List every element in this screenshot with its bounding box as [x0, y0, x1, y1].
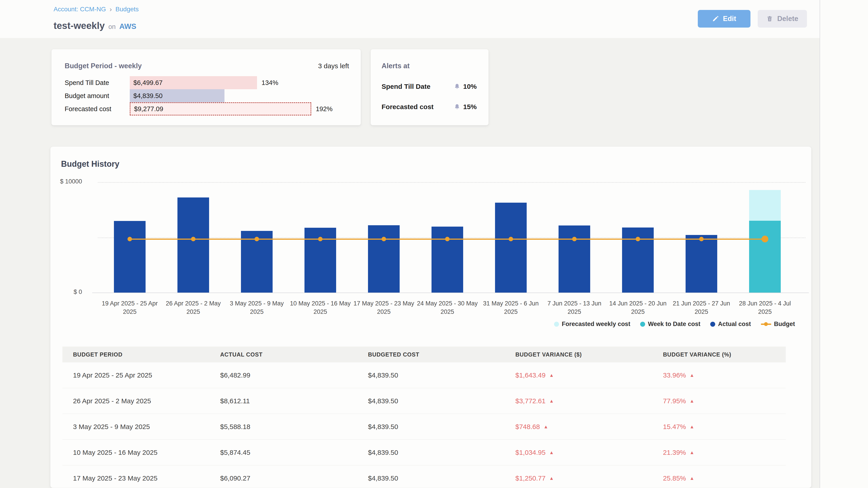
delete-button[interactable]: Delete — [758, 10, 807, 28]
actual-cost-bar — [178, 197, 209, 293]
variance-usd-value: $748.68 — [515, 423, 540, 430]
app-root: Account: CCM-NG › Budgets test-weekly on… — [0, 0, 820, 488]
variance-usd-value: $3,772.61 — [515, 397, 546, 404]
cell-budget-period: 19 Apr 2025 - 25 Apr 2025 — [62, 371, 210, 379]
legend-line-icon — [761, 324, 771, 325]
budget-line-point — [445, 237, 450, 241]
x-axis-category-label: 24 May 2025 - 30 May 2025 — [416, 299, 479, 316]
alert-row-label: Forecasted cost — [381, 103, 434, 111]
cell-budget-variance-usd: $1,643.49▲ — [505, 371, 652, 379]
table-column-header: BUDGET VARIANCE ($) — [505, 351, 652, 358]
alert-row: Spend Till Date10% — [381, 79, 477, 94]
cell-budget-variance-usd: $3,772.61▲ — [505, 397, 652, 405]
variance-usd-value: $1,034.95 — [515, 449, 546, 456]
forecast-bar: $9,277.09 — [130, 102, 311, 116]
x-axis-category-label: 7 Jun 2025 - 13 Jun 2025 — [543, 299, 606, 316]
cell-budget-variance-pct: 15.47%▲ — [652, 423, 786, 431]
variance-up-triangle-icon: ▲ — [690, 450, 694, 455]
alert-row-label: Spend Till Date — [381, 83, 430, 90]
legend-label: Forecasted weekly cost — [562, 321, 630, 328]
legend-dot-icon — [710, 322, 715, 327]
table-row[interactable]: 17 May 2025 - 23 May 2025$6,090.27$4,839… — [62, 465, 786, 488]
budget-bar: $4,839.50 — [130, 89, 224, 102]
forecasted-weekly-cost-bar — [749, 190, 781, 221]
breadcrumb-account-link[interactable]: Account: CCM-NG — [54, 6, 106, 13]
table-row[interactable]: 10 May 2025 - 16 May 2025$5,874.45$4,839… — [62, 440, 786, 465]
table-column-header: BUDGET VARIANCE (%) — [652, 351, 786, 358]
actual-cost-bar — [495, 203, 527, 293]
edit-button[interactable]: Edit — [698, 10, 750, 28]
week-to-date-cost-bar — [749, 221, 781, 293]
alert-threshold: 10% — [454, 83, 477, 90]
variance-up-triangle-icon: ▲ — [549, 398, 554, 404]
alerts-card: Alerts at Spend Till Date10%Forecasted c… — [370, 49, 489, 125]
budget-line-point — [699, 237, 704, 241]
bell-icon — [454, 103, 460, 110]
budget-line-point — [508, 237, 513, 241]
cell-budgeted-cost: $4,839.50 — [358, 397, 505, 405]
page-title: test-weekly on AWS — [54, 20, 136, 31]
edit-button-label: Edit — [723, 15, 736, 23]
spend-percent-label: 134% — [261, 76, 278, 89]
legend-label: Week to Date cost — [648, 321, 700, 328]
budget-history-table: BUDGET PERIODACTUAL COSTBUDGETED COSTBUD… — [62, 347, 786, 488]
budget-line-point — [572, 237, 577, 241]
chevron-right-icon: › — [110, 5, 112, 13]
x-axis-category-label: 3 May 2025 - 9 May 2025 — [225, 299, 288, 316]
cell-budget-period: 17 May 2025 - 23 May 2025 — [62, 475, 210, 482]
alerts-title: Alerts at — [381, 62, 410, 70]
legend-item: Actual cost — [710, 321, 751, 328]
table-row[interactable]: 26 Apr 2025 - 2 May 2025$8,612.11$4,839.… — [62, 388, 786, 414]
table-header-row: BUDGET PERIODACTUAL COSTBUDGETED COSTBUD… — [62, 347, 786, 362]
budget-period-row: Forecasted cost$9,277.09192% — [65, 102, 356, 116]
table-column-header: ACTUAL COST — [210, 351, 358, 358]
x-axis-category-label: 17 May 2025 - 23 May 2025 — [352, 299, 415, 316]
cell-budget-variance-pct: 25.85%▲ — [652, 475, 786, 482]
cell-budget-variance-usd: $748.68▲ — [505, 423, 652, 431]
variance-usd-value: $1,250.77 — [515, 475, 546, 482]
x-axis-category-label: 28 Jun 2025 - 4 Jul 2025 — [733, 299, 797, 316]
budget-period-card: Budget Period - weekly 3 days left Spend… — [51, 49, 361, 125]
cell-budget-period: 26 Apr 2025 - 2 May 2025 — [62, 397, 210, 405]
variance-pct-value: 77.95% — [663, 397, 686, 404]
alert-threshold: 15% — [454, 103, 477, 111]
cell-budget-variance-usd: $1,034.95▲ — [505, 449, 652, 456]
legend-line-dot-icon — [764, 322, 768, 326]
trash-icon — [766, 15, 773, 22]
actual-cost-bar — [559, 225, 590, 293]
cell-budget-variance-pct: 77.95%▲ — [652, 397, 786, 405]
cell-budgeted-cost: $4,839.50 — [358, 475, 505, 482]
y-axis-tick-label: $ 10000 — [51, 178, 82, 185]
budget-period-row: Spend Till Date$6,499.67134% — [65, 76, 356, 89]
table-column-header: BUDGET PERIOD — [62, 351, 210, 358]
table-row[interactable]: 3 May 2025 - 9 May 2025$5,588.18$4,839.5… — [62, 414, 786, 440]
cell-actual-cost: $5,874.45 — [210, 449, 358, 456]
breadcrumb-budgets-link[interactable]: Budgets — [116, 6, 139, 13]
x-axis-category-label: 21 Jun 2025 - 27 Jun 2025 — [670, 299, 733, 316]
cloud-provider-label: AWS — [119, 22, 136, 31]
x-axis-line — [92, 293, 809, 293]
legend-dot-icon — [554, 322, 559, 327]
budget-period-title: Budget Period - weekly — [65, 62, 142, 70]
title-connector: on — [108, 23, 116, 31]
variance-up-triangle-icon: ▲ — [690, 476, 694, 481]
y-axis-tick-label: $ 0 — [51, 289, 82, 295]
pencil-icon — [712, 15, 719, 22]
spend-bar-value: $6,499.67 — [133, 79, 162, 87]
spend-bar: $6,499.67 — [130, 76, 257, 89]
page-header: Account: CCM-NG › Budgets test-weekly on… — [0, 0, 819, 38]
alert-row: Forecasted cost15% — [381, 100, 477, 114]
actual-cost-bar — [368, 225, 400, 293]
variance-up-triangle-icon: ▲ — [549, 372, 554, 378]
forecast-percent-label: 192% — [316, 102, 333, 116]
budget-line-point — [127, 237, 132, 241]
budget-line-point — [636, 237, 640, 241]
budget-line-point — [762, 236, 768, 242]
variance-up-triangle-icon: ▲ — [690, 424, 694, 429]
legend-label: Budget — [774, 321, 795, 328]
cell-budget-variance-usd: $1,250.77▲ — [505, 475, 652, 482]
breadcrumb: Account: CCM-NG › Budgets — [54, 5, 139, 13]
budget-line-point — [254, 237, 259, 241]
table-row[interactable]: 19 Apr 2025 - 25 Apr 2025$6,482.99$4,839… — [62, 362, 786, 388]
actual-cost-bar — [432, 227, 463, 293]
